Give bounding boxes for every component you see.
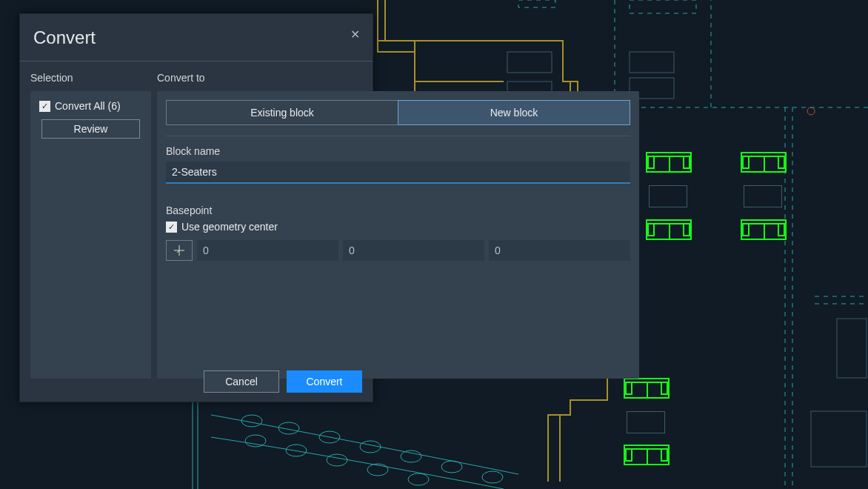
convert-to-tabs: Existing block New block (166, 100, 630, 136)
block-instance[interactable] (624, 445, 670, 465)
svg-point-14 (360, 441, 381, 453)
svg-rect-1 (630, 0, 696, 13)
pick-basepoint-button[interactable] (166, 240, 193, 261)
svg-point-21 (367, 464, 388, 476)
use-geometry-center-label: Use geometry center (181, 221, 278, 233)
table-outline (627, 411, 665, 433)
svg-rect-3 (507, 52, 552, 73)
svg-rect-8 (811, 411, 867, 467)
convert-button[interactable]: Convert (287, 370, 362, 393)
close-button[interactable]: ✕ (347, 27, 362, 42)
tab-existing-block[interactable]: Existing block (166, 100, 398, 125)
svg-rect-7 (837, 319, 867, 378)
table-outline (744, 185, 782, 207)
svg-rect-0 (518, 0, 555, 7)
svg-point-17 (482, 471, 503, 483)
crosshair-icon (173, 245, 185, 256)
block-instance[interactable] (646, 152, 692, 173)
review-button[interactable]: Review (41, 119, 140, 139)
basepoint-y-input[interactable] (343, 240, 484, 261)
svg-point-10 (807, 107, 815, 115)
check-icon: ✓ (39, 101, 50, 112)
selection-label: Selection (30, 72, 151, 84)
convert-all-checkbox[interactable]: ✓ Convert All (6) (39, 100, 142, 112)
cancel-button[interactable]: Cancel (204, 370, 279, 393)
svg-point-18 (245, 435, 266, 447)
convert-all-label: Convert All (6) (55, 100, 121, 112)
dialog-title: Convert (33, 27, 96, 48)
block-name-label: Block name (166, 145, 630, 157)
svg-point-20 (327, 454, 347, 466)
block-instance[interactable] (646, 219, 692, 240)
block-instance[interactable] (741, 219, 787, 240)
convert-dialog: Convert ✕ Selection ✓ Convert All (6) Re… (19, 13, 373, 402)
svg-point-15 (401, 450, 421, 462)
tab-new-block[interactable]: New block (398, 100, 630, 125)
check-icon: ✓ (166, 222, 177, 233)
convert-to-label: Convert to (157, 72, 639, 84)
svg-point-19 (286, 445, 307, 456)
dialog-header: Convert ✕ (20, 14, 373, 61)
svg-point-22 (408, 473, 429, 485)
table-outline (649, 185, 687, 207)
svg-rect-5 (630, 52, 674, 73)
basepoint-label: Basepoint (166, 204, 630, 216)
basepoint-z-input[interactable] (489, 240, 630, 261)
block-instance[interactable] (741, 152, 787, 173)
block-instance[interactable] (624, 378, 670, 399)
basepoint-x-input[interactable] (197, 240, 338, 261)
use-geometry-center-checkbox[interactable]: ✓ Use geometry center (166, 221, 630, 233)
svg-point-16 (441, 461, 462, 473)
block-name-input[interactable] (166, 162, 630, 184)
close-icon: ✕ (350, 28, 360, 41)
